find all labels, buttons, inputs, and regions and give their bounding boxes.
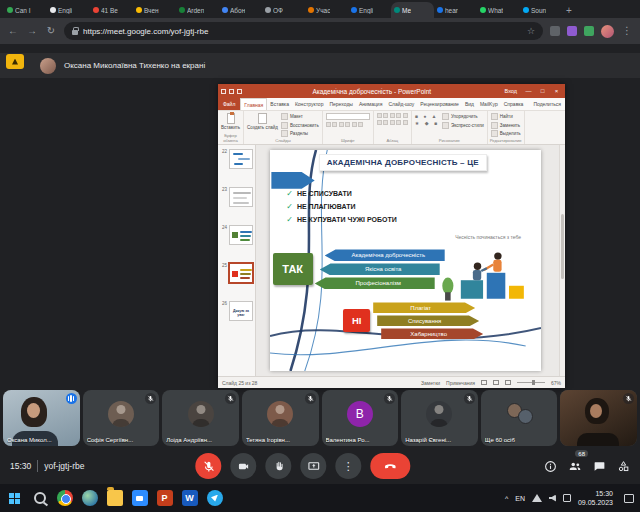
italic-button[interactable]: [332, 122, 337, 127]
notes-button[interactable]: Заметки: [421, 380, 440, 386]
replace-button[interactable]: Заменить: [491, 122, 521, 129]
select-button[interactable]: Выделить: [491, 130, 521, 137]
browser-tab[interactable]: Engli: [348, 2, 391, 18]
taskbar-clock[interactable]: 15:30 09.05.2023: [578, 489, 613, 507]
browser-tab[interactable]: 41 Be: [90, 2, 133, 18]
extension-icon[interactable]: [567, 26, 577, 36]
font-color-button[interactable]: [352, 122, 357, 127]
browser-menu-button[interactable]: ⋮: [621, 26, 633, 36]
browser-tab-active-meet[interactable]: Ме: [391, 2, 434, 18]
file-explorer-icon[interactable]: [102, 484, 127, 512]
extension-overlay-icon[interactable]: [6, 54, 24, 69]
people-icon[interactable]: 68: [568, 459, 582, 473]
text-direction-button[interactable]: [403, 120, 408, 125]
reload-button[interactable]: ↻: [45, 26, 57, 36]
layout-button[interactable]: Макет: [281, 113, 319, 120]
participant-tile-overflow[interactable]: Ще 60 осіб: [481, 390, 558, 446]
forward-button[interactable]: →: [26, 26, 38, 36]
reset-button[interactable]: Восстановить: [281, 122, 319, 129]
extension-icon[interactable]: [584, 26, 594, 36]
browser-tab[interactable]: Вчен: [133, 2, 176, 18]
ribbon-tab-file[interactable]: Файл: [218, 98, 240, 110]
browser-tab[interactable]: Учас: [305, 2, 348, 18]
undo-icon[interactable]: [229, 89, 234, 94]
save-icon[interactable]: [221, 89, 226, 94]
quick-styles-button[interactable]: Экспресс-стили: [442, 122, 484, 129]
browser-tab[interactable]: What: [477, 2, 520, 18]
participant-tile[interactable]: Лоіда Андріївн...: [162, 390, 239, 446]
browser-tab[interactable]: Engli: [47, 2, 90, 18]
chrome-icon[interactable]: [52, 484, 77, 512]
slide-thumbnail[interactable]: [229, 187, 253, 207]
info-icon[interactable]: [544, 460, 557, 473]
ppt-maximize-button[interactable]: □: [537, 88, 548, 94]
address-bar[interactable]: https://meet.google.com/yof-jgtj-rbe ☆: [64, 22, 543, 40]
extension-icon[interactable]: [550, 26, 560, 36]
back-button[interactable]: ←: [7, 26, 19, 36]
spacing-button[interactable]: [396, 113, 401, 118]
ribbon-tab-design[interactable]: Конструктор: [292, 98, 327, 110]
find-button[interactable]: Найти: [491, 113, 521, 120]
network-icon[interactable]: [532, 494, 542, 502]
align-right-button[interactable]: [383, 120, 388, 125]
start-slideshow-icon[interactable]: [237, 89, 242, 94]
new-slide-button[interactable]: Создать слайд: [247, 113, 278, 130]
bookmark-star-icon[interactable]: ☆: [527, 26, 535, 36]
more-options-button[interactable]: ⋮: [335, 453, 361, 479]
raise-hand-button[interactable]: [265, 453, 291, 479]
ppt-close-button[interactable]: ×: [551, 88, 562, 94]
participant-tile[interactable]: Тетяна Ігорівн...: [242, 390, 319, 446]
align-left-button[interactable]: [403, 113, 408, 118]
end-call-button[interactable]: [370, 453, 410, 479]
participant-tile[interactable]: B Валентина Ро...: [322, 390, 399, 446]
align-center-button[interactable]: [377, 120, 382, 125]
ribbon-tab-animations[interactable]: Анимация: [356, 98, 385, 110]
columns-button[interactable]: [396, 120, 401, 125]
participant-tile[interactable]: Оксана Микол...: [3, 390, 80, 446]
slide-thumbnail[interactable]: Дякую за уваг: [229, 301, 253, 321]
volume-icon[interactable]: [549, 495, 556, 502]
ppt-scrollbar[interactable]: [559, 145, 565, 376]
start-button[interactable]: [2, 484, 27, 512]
bold-button[interactable]: [326, 122, 331, 127]
reading-view-icon[interactable]: [505, 380, 511, 385]
highlight-button[interactable]: [358, 122, 363, 127]
profile-avatar[interactable]: [601, 25, 614, 38]
chat-icon[interactable]: [593, 460, 606, 473]
arrange-button[interactable]: Упорядочить: [442, 113, 484, 120]
battery-icon[interactable]: [563, 494, 571, 502]
new-tab-button[interactable]: +: [566, 5, 572, 16]
share-button[interactable]: Поделиться: [529, 98, 565, 110]
ribbon-tab-review[interactable]: Рецензирование: [417, 98, 462, 110]
telegram-icon[interactable]: [202, 484, 227, 512]
ppt-signin-button[interactable]: Вход: [502, 88, 520, 94]
slide-thumbnail[interactable]: [229, 149, 253, 169]
participant-tile[interactable]: Софія Сергіївн...: [83, 390, 160, 446]
ribbon-tab-transitions[interactable]: Переходы: [326, 98, 355, 110]
ribbon-tab-insert[interactable]: Вставка: [267, 98, 292, 110]
ribbon-tab-home[interactable]: Главная: [240, 98, 267, 110]
ppt-minimize-button[interactable]: —: [523, 88, 534, 94]
slide-thumbnail[interactable]: [229, 263, 253, 283]
indent-button[interactable]: [390, 113, 395, 118]
browser-tab[interactable]: Абон: [219, 2, 262, 18]
edge-icon[interactable]: [77, 484, 102, 512]
camera-button[interactable]: [230, 453, 256, 479]
font-name-box[interactable]: [326, 113, 370, 120]
paste-button[interactable]: Вставить: [221, 113, 240, 130]
ribbon-tab-help[interactable]: Справка: [501, 98, 527, 110]
shapes-gallery[interactable]: [415, 113, 439, 127]
browser-tab[interactable]: Arden: [176, 2, 219, 18]
ribbon-tab-view[interactable]: Вид: [462, 98, 477, 110]
language-indicator[interactable]: EN: [515, 495, 525, 502]
sections-button[interactable]: Разделы: [281, 130, 319, 137]
zoom-icon[interactable]: [127, 484, 152, 512]
bullets-button[interactable]: [377, 113, 382, 118]
numbering-button[interactable]: [383, 113, 388, 118]
underline-button[interactable]: [339, 122, 344, 127]
slide-sorter-icon[interactable]: [493, 380, 499, 385]
shadow-button[interactable]: [345, 122, 350, 127]
comments-button[interactable]: Примечания: [446, 380, 475, 386]
powerpoint-icon[interactable]: P: [152, 484, 177, 512]
search-icon[interactable]: [27, 484, 52, 512]
